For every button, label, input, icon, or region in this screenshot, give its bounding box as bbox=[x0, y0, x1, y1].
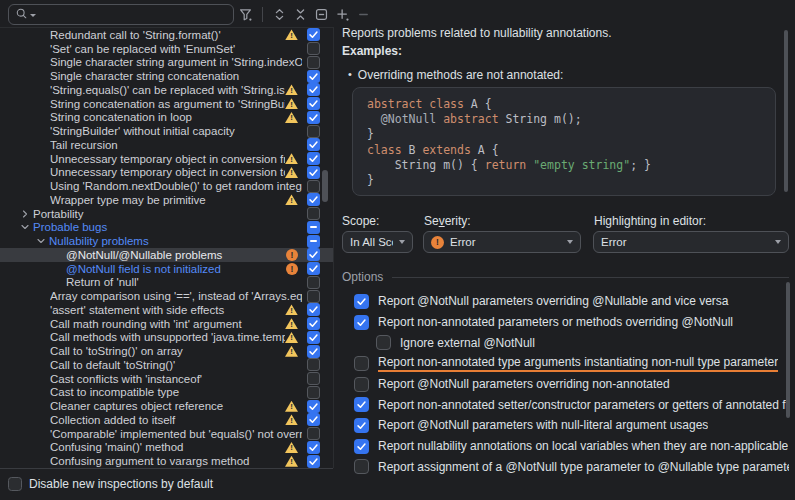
tree-row[interactable]: Tail recursion bbox=[0, 138, 333, 152]
tree-row[interactable]: Array comparison using '==', instead of … bbox=[0, 289, 333, 303]
tree-row[interactable]: @NotNull/@Nullable problems! bbox=[0, 248, 333, 262]
option-row[interactable]: Ignore external @NotNull bbox=[342, 332, 789, 353]
tree-item-checkbox[interactable] bbox=[307, 180, 320, 193]
filter-icon[interactable] bbox=[237, 4, 254, 24]
tree-row[interactable]: Call to default 'toString()' bbox=[0, 358, 333, 372]
tree-item-checkbox[interactable] bbox=[307, 331, 320, 344]
tree-row[interactable]: Single character string concatenation bbox=[0, 69, 333, 83]
tree-row[interactable]: Unnecessary temporary object in conversi… bbox=[0, 166, 333, 180]
tree-row[interactable]: Redundant call to 'String.format()' bbox=[0, 28, 333, 42]
tree-item-checkbox[interactable] bbox=[307, 70, 320, 83]
tree-item-checkbox[interactable] bbox=[307, 221, 320, 234]
tree-item-checkbox[interactable] bbox=[307, 97, 320, 110]
search-history-chevron-icon[interactable] bbox=[30, 14, 36, 17]
tree-row[interactable]: Wrapper type may be primitive bbox=[0, 193, 333, 207]
tree-row[interactable]: Collection added to itself bbox=[0, 413, 333, 427]
tree-row[interactable]: Return of 'null' bbox=[0, 276, 333, 290]
tree-row[interactable]: String concatenation as argument to 'Str… bbox=[0, 97, 333, 111]
chevron-down-icon[interactable] bbox=[18, 221, 31, 233]
option-checkbox[interactable] bbox=[354, 315, 369, 330]
tree-item-checkbox[interactable] bbox=[307, 358, 320, 371]
option-checkbox[interactable] bbox=[354, 397, 369, 412]
option-checkbox[interactable] bbox=[354, 356, 369, 371]
tree-item-checkbox[interactable] bbox=[307, 400, 320, 413]
tree-row[interactable]: 'Set' can be replaced with 'EnumSet' bbox=[0, 42, 333, 56]
tree-item-checkbox[interactable] bbox=[307, 207, 320, 220]
tree-scrollbar[interactable] bbox=[322, 170, 328, 202]
severity-dropdown[interactable]: ! Error bbox=[423, 231, 581, 253]
tree-item-checkbox[interactable] bbox=[307, 303, 320, 316]
search-field[interactable] bbox=[8, 4, 234, 25]
chevron-down-icon[interactable] bbox=[34, 235, 47, 247]
add-inspection-icon[interactable] bbox=[334, 4, 351, 24]
tree-row[interactable]: String concatenation in loop bbox=[0, 111, 333, 125]
tree-row[interactable]: 'assert' statement with side effects bbox=[0, 303, 333, 317]
tree-row[interactable]: Nullability problems bbox=[0, 234, 333, 248]
tree-row[interactable]: Call methods with unsupported 'java.time… bbox=[0, 331, 333, 345]
expand-all-icon[interactable] bbox=[271, 4, 288, 24]
tree-item-checkbox[interactable] bbox=[307, 111, 320, 124]
tree-item-checkbox[interactable] bbox=[307, 56, 320, 69]
option-row[interactable]: Report @NotNull parameters overriding no… bbox=[342, 374, 789, 395]
tree-row[interactable]: 'String.equals()' can be replaced with '… bbox=[0, 83, 333, 97]
option-checkbox[interactable] bbox=[354, 459, 369, 474]
tree-item-checkbox[interactable] bbox=[307, 276, 320, 289]
search-input[interactable] bbox=[38, 8, 233, 22]
tree-item-checkbox[interactable] bbox=[307, 28, 320, 41]
tree-item-checkbox[interactable] bbox=[307, 372, 320, 385]
tree-item-checkbox[interactable] bbox=[307, 262, 320, 275]
disable-inspection-icon[interactable] bbox=[313, 4, 330, 24]
tree-row[interactable]: Portability bbox=[0, 207, 333, 221]
tree-item-checkbox[interactable] bbox=[307, 235, 320, 248]
tree-row[interactable]: Probable bugs bbox=[0, 221, 333, 235]
collapse-all-icon[interactable] bbox=[292, 4, 309, 24]
options-scrollbar[interactable] bbox=[786, 282, 790, 418]
tree-item-checkbox[interactable] bbox=[307, 413, 320, 426]
option-checkbox[interactable] bbox=[354, 294, 369, 309]
tree-item-checkbox[interactable] bbox=[307, 441, 320, 454]
tree-row[interactable]: Unnecessary temporary object in conversi… bbox=[0, 152, 333, 166]
tree-row[interactable]: Call math rounding with 'int' argument bbox=[0, 317, 333, 331]
tree-row[interactable]: Cast to incompatible type bbox=[0, 386, 333, 400]
tree-row[interactable]: 'StringBuilder' without initial capacity bbox=[0, 124, 333, 138]
highlighting-dropdown[interactable]: Error bbox=[593, 231, 789, 253]
option-row[interactable]: Report @NotNull parameters with null-lit… bbox=[342, 415, 789, 436]
tree-item-checkbox[interactable] bbox=[307, 248, 320, 261]
option-checkbox[interactable] bbox=[354, 439, 369, 454]
tree-item-checkbox[interactable] bbox=[307, 193, 320, 206]
option-row[interactable]: Report @NotNull parameters overriding @N… bbox=[342, 291, 789, 312]
tree-row[interactable]: Using 'Random.nextDouble()' to get rando… bbox=[0, 179, 333, 193]
option-row[interactable]: Report nullability annotations on local … bbox=[342, 436, 789, 457]
tree-item-checkbox[interactable] bbox=[307, 290, 320, 303]
tree-row[interactable]: Cast conflicts with 'instanceof' bbox=[0, 372, 333, 386]
tree-row[interactable]: Confusing argument to varargs method bbox=[0, 454, 333, 468]
tree-row[interactable]: Call to 'toString()' on array bbox=[0, 344, 333, 358]
tree-item-checkbox[interactable] bbox=[307, 152, 320, 165]
tree-item-checkbox[interactable] bbox=[307, 125, 320, 138]
tree-item-checkbox[interactable] bbox=[307, 42, 320, 55]
option-checkbox[interactable] bbox=[354, 377, 369, 392]
option-row[interactable]: Report non-annotated parameters or metho… bbox=[342, 312, 789, 333]
scope-dropdown[interactable]: In All Scopes bbox=[342, 231, 413, 253]
option-row[interactable]: Report non-annotated type arguments inst… bbox=[342, 353, 789, 374]
description-scrollbar[interactable] bbox=[784, 30, 788, 192]
tree-item-checkbox[interactable] bbox=[307, 83, 320, 96]
tree-row[interactable]: @NotNull field is not initialized! bbox=[0, 262, 333, 276]
tree-row[interactable]: Confusing 'main()' method bbox=[0, 441, 333, 455]
tree-item-checkbox[interactable] bbox=[307, 166, 320, 179]
chevron-right-icon[interactable] bbox=[18, 208, 31, 220]
option-row[interactable]: Report non-annotated setter/constructor … bbox=[342, 394, 789, 415]
tree-item-checkbox[interactable] bbox=[307, 386, 320, 399]
option-checkbox[interactable] bbox=[376, 335, 391, 350]
option-checkbox[interactable] bbox=[354, 418, 369, 433]
tree-item-checkbox[interactable] bbox=[307, 317, 320, 330]
tree-item-checkbox[interactable] bbox=[307, 427, 320, 440]
tree-item-checkbox[interactable] bbox=[307, 345, 320, 358]
option-row[interactable]: Report assignment of a @NotNull type par… bbox=[342, 457, 789, 478]
tree-item-checkbox[interactable] bbox=[307, 455, 320, 468]
tree-row[interactable]: Cleaner captures object reference bbox=[0, 399, 333, 413]
disable-new-inspections-checkbox[interactable] bbox=[8, 477, 22, 491]
tree-item-checkbox[interactable] bbox=[307, 138, 320, 151]
tree-row[interactable]: 'Comparable' implemented but 'equals()' … bbox=[0, 427, 333, 441]
tree-row[interactable]: Single character string argument in 'Str… bbox=[0, 56, 333, 70]
